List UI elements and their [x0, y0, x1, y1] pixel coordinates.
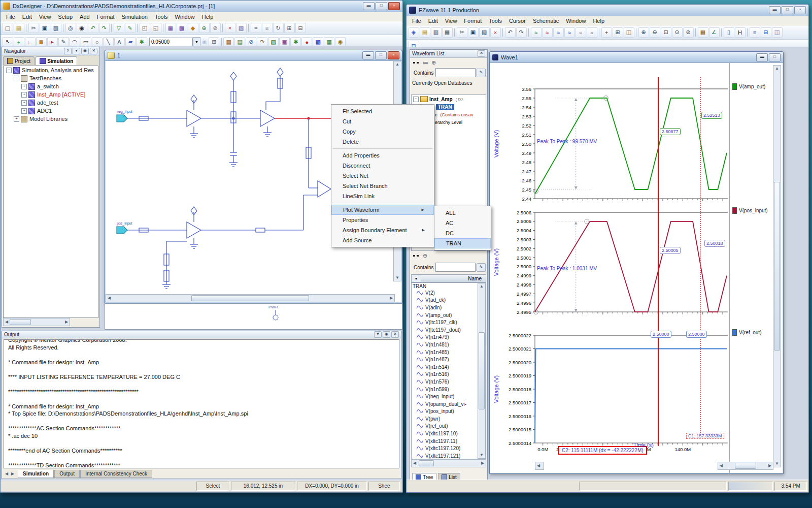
mirror-icon[interactable]: ⊞ — [284, 23, 295, 33]
dx-view-menu[interactable]: View — [36, 13, 55, 20]
menu-item-cut[interactable]: Cut — [331, 116, 434, 126]
tab-simulation-log[interactable]: Simulation — [18, 470, 54, 478]
expand-toggle[interactable]: + — [21, 108, 27, 114]
menu-item-dc[interactable]: DC — [434, 228, 491, 238]
dx-tools-menu[interactable]: Tools — [151, 13, 172, 20]
cut-waveform-icon[interactable]: ≈ — [553, 27, 564, 38]
wave1-restore-button[interactable]: □ — [769, 53, 781, 61]
scroll-left-icon[interactable]: ◀ — [412, 460, 418, 466]
order-icon[interactable]: ⊟ — [295, 23, 306, 33]
sheet-close-button[interactable]: × — [388, 51, 399, 59]
menu-item-tran[interactable]: TRAN — [434, 238, 491, 248]
dx-help-menu[interactable]: Help — [198, 13, 217, 20]
dx-setup-menu[interactable]: Setup — [54, 13, 76, 20]
close-button[interactable]: × — [794, 6, 806, 14]
erase-icon[interactable]: ▨ — [236, 23, 247, 33]
wave1-plot-area[interactable]: 2.562.552.542.532.522.512.502.492.482.47… — [490, 63, 783, 473]
scroll-down-icon[interactable]: ▼ — [774, 461, 780, 467]
notes-icon[interactable]: ▯ — [724, 27, 734, 38]
ez-cursor-menu[interactable]: Cursor — [505, 17, 529, 24]
dx-window-menu[interactable]: Window — [172, 13, 198, 20]
link-icon[interactable]: ⊕ — [423, 253, 427, 258]
filter-dropdown-icon[interactable]: ▼ — [411, 274, 421, 282]
signal-item-v-pwr[interactable]: V(pwr) — [412, 415, 486, 423]
ez-schematic-menu[interactable]: Schematic — [529, 17, 562, 24]
schematic-hscrollbar[interactable]: ◀ ▶ — [106, 294, 395, 302]
tree-item-adc-test[interactable]: +adc_test — [4, 99, 98, 107]
menu-item-fit-selected[interactable]: Fit Selected — [331, 106, 434, 116]
package-icon[interactable]: ▩ — [177, 23, 187, 33]
new-icon[interactable]: ▢ — [3, 23, 13, 33]
copy-icon[interactable]: ▣ — [40, 23, 50, 33]
scroll-right-icon[interactable]: ▶ — [767, 463, 773, 469]
delete-waveform-icon[interactable]: ≈ — [542, 27, 553, 38]
select-filter-icon[interactable]: ▽ — [114, 23, 124, 33]
rotate-icon[interactable]: ↻ — [273, 23, 284, 33]
signal-item-v-amp-out[interactable]: V(amp_out) — [412, 311, 486, 319]
split-view-icon[interactable]: ◫ — [624, 27, 634, 38]
save-icon[interactable]: ▥ — [431, 27, 442, 38]
tab-output-log[interactable]: Output — [54, 470, 80, 478]
signal-list[interactable]: TRAN V(2)V(ad_ck)V(adin)V(amp_out)V(ltc1… — [411, 282, 486, 459]
cursor-pair-icon[interactable]: H — [735, 27, 746, 38]
signal-list-vscrollbar[interactable]: ▲ ▼ — [478, 283, 486, 459]
menu-item-ac[interactable]: AC — [434, 218, 491, 228]
signal-item-v-n1n487[interactable]: V(n1n487) — [412, 356, 486, 363]
zoom-area-icon[interactable]: ◎ — [65, 23, 76, 33]
output-log[interactable]: Copyright © Mentor Graphics Corporation … — [4, 339, 399, 468]
print-netlist-icon[interactable]: ▦ — [165, 23, 176, 33]
tree-item-adc1[interactable]: +ADC1 — [4, 107, 98, 115]
scroll-down-icon[interactable]: ▼ — [479, 452, 485, 458]
expand-toggle[interactable]: − — [6, 68, 12, 73]
dx-edit-menu[interactable]: Edit — [19, 13, 36, 20]
signal-contains-input[interactable] — [435, 263, 476, 272]
signal-item-v-n1n514[interactable]: V(n1n514) — [412, 363, 486, 371]
tabs-scroll-right-icon[interactable]: ▶ — [10, 471, 16, 477]
paste-icon[interactable]: ▧ — [479, 27, 490, 38]
expand-toggle[interactable]: + — [21, 100, 27, 106]
legend-item[interactable]: V(pos_input) — [732, 207, 768, 214]
measure-icon[interactable]: ∠ — [709, 27, 720, 38]
signal-item-v-n1n479[interactable]: V(n1n479) — [412, 334, 486, 341]
tree-item-tran-selected[interactable]: TRAN — [436, 104, 454, 110]
print-icon[interactable]: ▦ — [442, 27, 453, 38]
signal-item-v-ref-out[interactable]: V(ref_out) — [412, 423, 486, 430]
wave1-vscrollbar[interactable]: ▲ ▼ — [773, 65, 781, 467]
signal-item-v-xltc1197-10[interactable]: V(xltc1197.10) — [412, 430, 486, 437]
scroll-left-icon[interactable]: ◀ — [718, 463, 724, 469]
expand-toggle[interactable]: − — [413, 97, 419, 102]
find-icon[interactable]: ◉ — [77, 23, 87, 33]
tree-item-testbenches[interactable]: −TestBenches — [4, 74, 98, 82]
copy-icon[interactable]: ▣ — [468, 27, 479, 38]
close-icon[interactable]: ✕ — [391, 331, 399, 338]
tree-item-simulation-analysis-and-res[interactable]: −Simulation, Analysis and Res — [4, 66, 98, 74]
next-edge-icon[interactable]: » — [587, 27, 597, 38]
list-options-icon[interactable]: ≔ — [423, 60, 428, 65]
scroll-up-icon[interactable]: ▲ — [479, 283, 485, 290]
undo-icon[interactable]: ↶ — [505, 27, 516, 38]
dx-file-menu[interactable]: File — [3, 13, 19, 20]
add-waveform-icon[interactable]: ≈ — [531, 27, 542, 38]
cut-icon[interactable]: ✂ — [28, 23, 39, 33]
signal-item-v-2[interactable]: V(2) — [412, 289, 486, 297]
find-icon[interactable] — [412, 60, 420, 65]
view-block-icon[interactable]: ◱ — [151, 23, 161, 33]
tree-item-model-libraries[interactable]: +Model Libraries — [4, 115, 98, 123]
stack-icon[interactable]: ≡ — [750, 27, 760, 38]
menu-item-disconnect[interactable]: Disconnect — [331, 161, 434, 171]
menu-item-plot-waveform[interactable]: Plot Waveform▶ — [331, 205, 434, 215]
help-icon[interactable]: ? — [64, 48, 72, 54]
scroll-right-icon[interactable]: ▶ — [63, 319, 70, 325]
ez-help-menu[interactable]: Help — [589, 17, 608, 24]
ez-window-menu[interactable]: Window — [562, 17, 589, 24]
edit-filter-icon[interactable]: ✎ — [477, 263, 486, 272]
maximize-button[interactable]: □ — [782, 6, 793, 14]
ez-edit-menu[interactable]: Edit — [425, 17, 442, 24]
tree-item-a-switch[interactable]: +a_switch — [4, 82, 98, 90]
signal-item-v-ltc1197-clk[interactable]: V(ltc1197_clk) — [412, 319, 486, 326]
color-pen-icon[interactable]: ✎ — [125, 23, 136, 33]
tabs-scroll-left-icon[interactable]: ◀ — [4, 471, 10, 477]
ez-file-menu[interactable]: File — [409, 17, 425, 24]
signal-item-v-opamp-dual-vi[interactable]: V(opamp_dual_vi- — [412, 400, 486, 408]
close-icon[interactable]: ✕ — [478, 50, 485, 57]
